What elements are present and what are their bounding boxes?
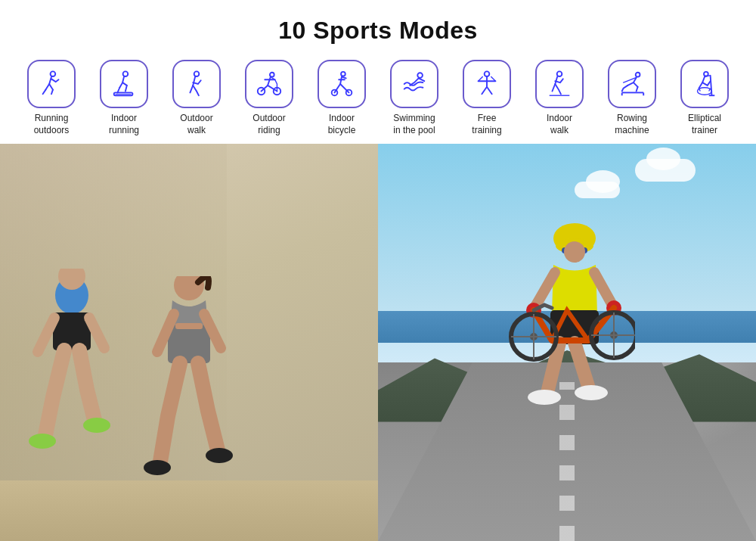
title-section: 10 Sports Modes bbox=[278, 0, 478, 55]
svg-point-29 bbox=[144, 460, 171, 475]
svg-point-4 bbox=[194, 71, 200, 76]
runners-scene bbox=[0, 144, 378, 541]
icon-box-elliptical-trainer bbox=[680, 60, 729, 108]
rowing-icon bbox=[618, 70, 646, 98]
sport-item-running-outdoors: Runningoutdoors bbox=[17, 60, 86, 136]
svg-point-30 bbox=[206, 448, 233, 463]
female-runner-svg bbox=[136, 276, 242, 518]
svg-rect-27 bbox=[168, 325, 210, 363]
sport-label-indoor-walk: Indoorwalk bbox=[547, 113, 572, 136]
sport-item-outdoor-walk: Outdoorwalk bbox=[162, 60, 231, 136]
sport-item-swimming: Swimmingin the pool bbox=[380, 60, 449, 136]
svg-point-0 bbox=[51, 71, 56, 76]
svg-point-13 bbox=[557, 71, 562, 76]
indoor-walk-icon bbox=[545, 70, 574, 98]
images-section bbox=[0, 144, 756, 541]
icon-box-swimming bbox=[390, 60, 438, 108]
sport-item-indoor-running: Indoorrunning bbox=[89, 60, 159, 136]
sport-item-indoor-walk: Indoorwalk bbox=[525, 60, 594, 136]
svg-point-15 bbox=[636, 73, 640, 77]
svg-rect-28 bbox=[175, 323, 203, 329]
svg-point-24 bbox=[29, 434, 56, 449]
swimming-icon bbox=[400, 70, 429, 98]
page-title: 10 Sports Modes bbox=[278, 17, 478, 45]
icon-box-outdoor-riding bbox=[245, 60, 293, 108]
cycling-icon bbox=[255, 70, 284, 98]
sport-label-outdoor-riding: Outdoorriding bbox=[253, 113, 285, 136]
sport-label-indoor-bicycle: Indoorbicycle bbox=[328, 113, 356, 136]
svg-point-1 bbox=[123, 71, 129, 76]
sport-label-swimming: Swimmingin the pool bbox=[393, 113, 435, 136]
icon-box-indoor-bicycle bbox=[318, 60, 366, 108]
icon-box-running bbox=[27, 60, 76, 108]
sport-label-elliptical-trainer: Ellipticaltrainer bbox=[688, 113, 721, 136]
sports-icons-row: Runningoutdoors Indoorrunning bbox=[0, 55, 756, 144]
svg-point-8 bbox=[341, 72, 345, 76]
cyclist-panel bbox=[378, 144, 756, 541]
male-runner-svg bbox=[23, 269, 121, 496]
icon-box-rowing-machine bbox=[608, 60, 656, 108]
icon-box-indoor-running bbox=[100, 60, 148, 108]
sport-item-outdoor-riding: Outdoorriding bbox=[234, 60, 304, 136]
page-wrapper: 10 Sports Modes Runningoutdoors bbox=[0, 0, 756, 541]
elliptical-icon bbox=[690, 70, 719, 98]
indoor-bike-icon bbox=[327, 70, 356, 98]
sport-label-rowing-machine: Rowingmachine bbox=[615, 113, 649, 136]
icon-box-free-training bbox=[463, 60, 511, 108]
sport-item-elliptical-trainer: Ellipticaltrainer bbox=[670, 60, 739, 136]
svg-point-38 bbox=[528, 390, 561, 405]
cyclist-svg bbox=[499, 223, 635, 435]
cyclist-scene bbox=[378, 144, 756, 541]
free-training-icon bbox=[472, 70, 501, 98]
svg-point-25 bbox=[83, 418, 110, 433]
running-icon bbox=[37, 70, 66, 98]
sport-label-outdoor-walk: Outdoorwalk bbox=[180, 113, 212, 136]
svg-point-39 bbox=[575, 385, 608, 400]
icon-box-outdoor-walk bbox=[172, 60, 221, 108]
svg-point-34 bbox=[564, 241, 585, 263]
svg-point-17 bbox=[704, 72, 708, 76]
sport-label-indoor-running: Indoorrunning bbox=[109, 113, 139, 136]
sport-label-running-outdoors: Runningoutdoors bbox=[34, 113, 70, 136]
sport-item-indoor-bicycle: Indoorbicycle bbox=[307, 60, 376, 136]
sport-item-rowing-machine: Rowingmachine bbox=[597, 60, 667, 136]
icon-box-indoor-walk bbox=[535, 60, 584, 108]
walking-icon bbox=[182, 70, 211, 98]
runners-panel bbox=[0, 144, 378, 541]
svg-point-12 bbox=[485, 71, 490, 76]
svg-point-11 bbox=[417, 73, 423, 78]
sport-item-free-training: Freetraining bbox=[452, 60, 522, 136]
svg-line-19 bbox=[711, 76, 712, 96]
treadmill-icon bbox=[110, 70, 138, 98]
sport-label-free-training: Freetraining bbox=[472, 113, 501, 136]
